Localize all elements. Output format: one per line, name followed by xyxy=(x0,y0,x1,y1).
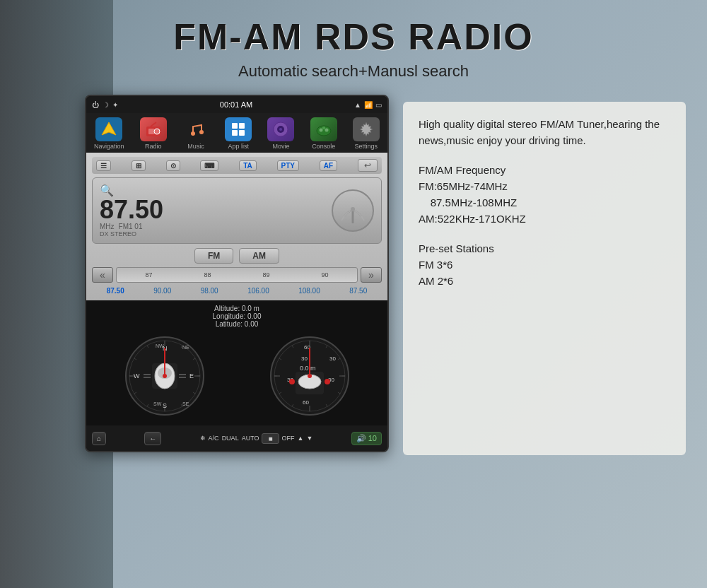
nav-bar: Navigation Radio xyxy=(86,113,387,153)
toolbar-btn-list[interactable]: ☰ xyxy=(96,160,111,171)
preset-5[interactable]: 108.00 xyxy=(298,287,320,295)
nav-icon-console xyxy=(310,117,337,141)
climate-fan-down-icon: ▼ xyxy=(306,435,312,442)
svg-text:W: W xyxy=(134,372,140,380)
fm-button[interactable]: FM xyxy=(194,248,233,264)
svg-point-80 xyxy=(325,379,330,384)
nav-icon-radio-svg xyxy=(144,119,163,139)
svg-point-20 xyxy=(351,207,355,211)
freq-mhz: MHz xyxy=(100,223,115,230)
wifi-icon: ▲ xyxy=(354,101,361,109)
climate-fan-up-icon: ▲ xyxy=(298,435,304,442)
moon-icon: ☽ xyxy=(103,101,109,109)
svg-rect-7 xyxy=(232,123,238,129)
svg-point-3 xyxy=(154,129,160,134)
toolbar-btn-back[interactable]: ↩ xyxy=(358,159,378,172)
compass-gauge: N E S W NW NE SE SW xyxy=(122,334,207,418)
nav-item-applist[interactable]: App list xyxy=(225,117,252,150)
freq-unit-row: MHz FM1 01 xyxy=(100,223,163,230)
nav-icon-movie xyxy=(267,117,294,141)
main-title: FM-AM RDS RADIO xyxy=(0,16,707,58)
climate-dual-label: DUAL xyxy=(222,435,239,442)
presets-row: 87.50 90.00 98.00 106.00 108.00 87.50 xyxy=(92,286,382,296)
nav-icon-applist-svg xyxy=(228,119,248,139)
page-wrapper: FM-AM RDS RADIO Automatic search+Manusl … xyxy=(0,0,707,588)
home-button[interactable]: ⌂ xyxy=(92,432,106,445)
preset-6[interactable]: 87.50 xyxy=(349,287,367,295)
freq-number: 87.50 xyxy=(100,197,163,223)
freq-antenna xyxy=(332,189,374,232)
tuner-tick-89: 89 xyxy=(262,271,269,278)
preset-3[interactable]: 98.00 xyxy=(201,287,218,295)
nav-label-music: Music xyxy=(187,143,204,150)
climate-temp-display: ■ xyxy=(262,433,279,444)
nav-icon-navigation-svg xyxy=(99,119,119,139)
svg-rect-2 xyxy=(148,129,154,134)
nav-item-navigation[interactable]: Navigation xyxy=(94,117,124,150)
gps-latitude: Latitude: 0.00 xyxy=(92,320,382,328)
fm-am-row: FM AM xyxy=(92,248,382,264)
svg-text:SW: SW xyxy=(153,401,162,406)
tuner-skip-forward[interactable]: » xyxy=(361,267,382,283)
nav-item-music[interactable]: Music xyxy=(182,117,209,150)
nav-icon-music xyxy=(182,117,209,141)
toolbar-btn-preset[interactable]: ⊞ xyxy=(132,160,146,171)
tuner-tick-87: 87 xyxy=(145,271,152,278)
tuner-tick-88: 88 xyxy=(204,271,211,278)
volume-icon: 🔊 xyxy=(356,434,366,442)
nav-icon-navigation xyxy=(95,117,122,141)
toolbar-btn-ta[interactable]: TA xyxy=(239,160,257,171)
antenna-icon xyxy=(337,195,368,226)
am-button[interactable]: AM xyxy=(239,248,279,264)
nav-item-console[interactable]: Console xyxy=(310,117,337,150)
toolbar-btn-pty[interactable]: PTY xyxy=(277,160,299,171)
toolbar-btn-clock[interactable]: ⊙ xyxy=(166,160,180,171)
toolbar-btn-keyboard[interactable]: ⌨ xyxy=(200,160,218,171)
status-right-icons: ▲ 📶 ▭ xyxy=(354,101,382,109)
climate-off-label: OFF xyxy=(282,435,295,442)
svg-text:30: 30 xyxy=(329,355,336,362)
preset-4[interactable]: 106.00 xyxy=(247,287,269,295)
gps-panel: Altitude: 0.0 m Longitude: 0.00 Latitude… xyxy=(86,300,387,425)
svg-text:60: 60 xyxy=(303,399,309,406)
preset-1[interactable]: 87.50 xyxy=(107,287,124,295)
svg-point-15 xyxy=(319,129,322,132)
toolbar-btn-af[interactable]: AF xyxy=(320,160,337,171)
gps-info: Altitude: 0.0 m Longitude: 0.00 Latitude… xyxy=(92,305,382,328)
battery-icon: ▭ xyxy=(375,101,382,109)
svg-point-5 xyxy=(191,131,195,136)
freq-station: FM1 01 xyxy=(119,223,143,230)
climate-ac-icon: ❄ xyxy=(200,435,206,442)
radio-panel: ☰ ⊞ ⊙ ⌨ TA PTY AF ↩ 🔍 87.50 MHz xyxy=(86,153,387,300)
nav-label-settings: Settings xyxy=(355,143,378,150)
signal-icon: 📶 xyxy=(364,101,373,109)
svg-text:0.0 m: 0.0 m xyxy=(300,365,316,372)
nav-label-console: Console xyxy=(312,143,335,150)
status-left-icons: ⏻ ☽ ✦ xyxy=(92,101,118,109)
status-bar: ⏻ ☽ ✦ 00:01 AM ▲ 📶 ▭ xyxy=(86,96,387,113)
svg-line-4 xyxy=(151,122,156,127)
nav-item-radio[interactable]: Radio xyxy=(140,117,167,150)
nav-icon-console-svg xyxy=(314,119,334,139)
nav-icon-movie-svg xyxy=(271,119,291,139)
gps-altitude: Altitude: 0.0 m xyxy=(92,305,382,312)
freq-left: 🔍 87.50 MHz FM1 01 DX STEREO xyxy=(100,184,163,237)
svg-point-82 xyxy=(308,374,312,378)
nav-icon-settings-svg xyxy=(356,119,376,139)
preset-2[interactable]: 90.00 xyxy=(153,287,171,295)
nav-icon-music-svg xyxy=(186,119,206,139)
tuner-scale: 87 88 89 90 xyxy=(116,267,358,283)
tuner-skip-back[interactable]: « xyxy=(92,267,113,283)
back-button[interactable]: ← xyxy=(144,432,161,445)
nav-item-movie[interactable]: Movie xyxy=(267,117,294,150)
speed-gauge: 60 30 30 30 30 60 0.0 m xyxy=(267,334,352,418)
nav-item-settings[interactable]: Settings xyxy=(353,117,380,150)
svg-point-53 xyxy=(163,374,167,378)
svg-point-6 xyxy=(199,130,204,134)
nav-label-navigation: Navigation xyxy=(94,143,124,150)
climate-volume: 🔊 10 xyxy=(351,432,382,445)
svg-point-79 xyxy=(289,379,295,384)
nav-icon-settings xyxy=(353,117,380,141)
subtitle: Automatic search+Manusl search xyxy=(0,62,707,81)
svg-point-16 xyxy=(325,129,328,132)
